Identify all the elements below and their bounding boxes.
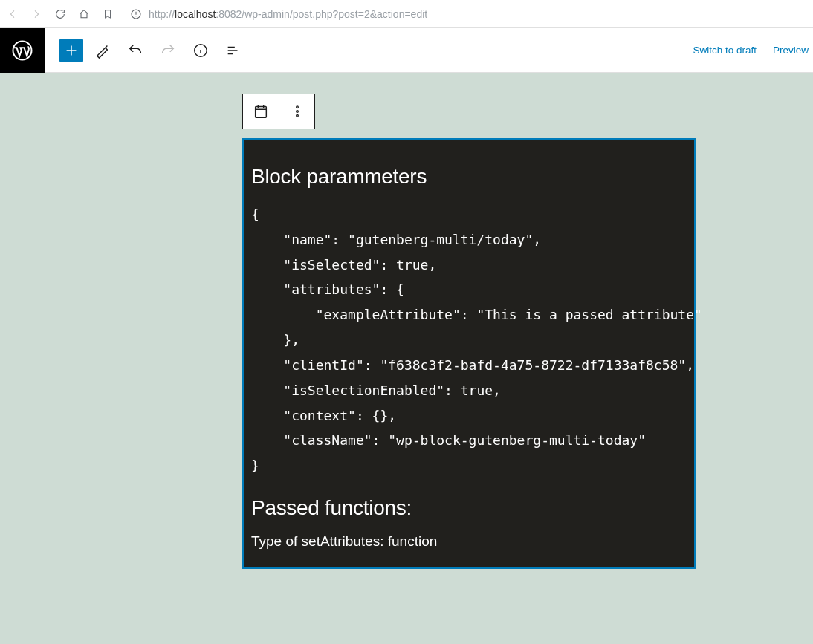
browser-toolbar: http://localhost:8082/wp-admin/post.php?… <box>0 0 813 28</box>
svg-rect-3 <box>256 107 267 118</box>
svg-point-5 <box>296 111 298 113</box>
editor-canvas[interactable]: Block parammeters { "name": "gutenberg-m… <box>0 73 813 644</box>
block-paragraph: Type of setAttributes: function <box>251 533 687 550</box>
block-code: { "name": "gutenberg-multi/today", "isSe… <box>251 202 687 478</box>
url-text: http://localhost:8082/wp-admin/post.php?… <box>149 8 427 20</box>
nav-back-icon[interactable] <box>6 7 19 21</box>
bookmark-icon[interactable] <box>101 7 114 21</box>
not-secure-icon <box>129 7 143 21</box>
redo-icon[interactable] <box>155 37 181 64</box>
undo-icon[interactable] <box>122 37 149 64</box>
svg-point-6 <box>296 115 298 117</box>
reload-icon[interactable] <box>54 7 67 21</box>
wordpress-logo-icon[interactable] <box>0 28 45 73</box>
preview-button[interactable]: Preview <box>773 45 809 56</box>
list-view-icon[interactable] <box>220 37 247 64</box>
home-icon[interactable] <box>77 7 91 21</box>
block-heading-2: Passed functions: <box>251 496 687 520</box>
tools-icon[interactable] <box>89 37 116 64</box>
block-toolbar <box>242 94 315 129</box>
switch-to-draft-button[interactable]: Switch to draft <box>693 45 757 56</box>
custom-block[interactable]: Block parammeters { "name": "gutenberg-m… <box>242 138 696 569</box>
block-heading: Block parammeters <box>251 165 687 189</box>
more-options-icon[interactable] <box>279 94 314 129</box>
url-bar[interactable]: http://localhost:8082/wp-admin/post.php?… <box>123 7 807 21</box>
calendar-icon[interactable] <box>243 94 279 129</box>
info-icon[interactable] <box>187 37 214 64</box>
nav-forward-icon[interactable] <box>30 7 43 21</box>
add-block-button[interactable] <box>59 39 83 62</box>
editor-header: Switch to draft Preview <box>0 28 813 73</box>
svg-point-4 <box>296 106 298 108</box>
